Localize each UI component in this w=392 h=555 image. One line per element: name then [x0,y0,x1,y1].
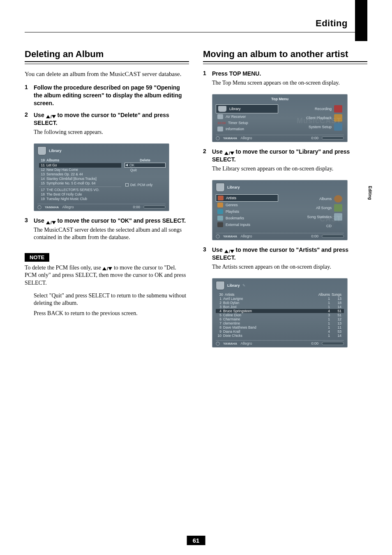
text: Use [212,246,224,253]
artists-icon [218,196,224,200]
songs-icon [334,204,342,212]
bookmarks-icon [217,216,223,221]
artist-row: Avril Lavigne [223,297,315,301]
step-number: 1 [25,84,34,107]
screenshot-artists: Library ✎ 30 Artists Albums Songs 1Avril… [212,278,348,348]
albums-icon [334,195,342,203]
jukebox-icon [216,183,225,192]
label: Albums [46,158,59,163]
menu-item: AV Receiver [226,115,246,119]
jukebox-icon [37,146,46,155]
screen-title: Library [49,149,62,153]
svg-text:/: / [51,221,52,225]
track-name: Allegro [240,341,252,345]
screenshot-top-menu: Top Menu Library AV Receiver 10:09Timer … [212,94,348,142]
artist-row: Diana Krall [223,329,315,334]
step-number: 2 [25,111,34,139]
svg-text:/: / [229,151,230,155]
page-header: Editing [25,18,367,29]
lead-paragraph: You can delete an album from the MusicCA… [25,70,189,78]
section-heading-delete: Deleting an Album [25,49,189,62]
progress-bar [322,342,344,345]
menu-item: Recording [315,107,332,111]
footnote: Press BACK to return to the previous scr… [34,310,189,317]
menu-item: All Songs [316,206,332,210]
artist-row: Charmaine [223,317,315,321]
track-name: Allegro [240,234,252,238]
album-row: The Best Of Holly Cole [46,192,82,197]
section-heading-move: Moving an album to another artist [203,49,367,62]
note-label: NOTE [25,253,49,262]
artist-row: Dave Matthews Band [223,325,315,329]
menu-item: Bookmarks [226,216,244,220]
step-caption: The MusicCAST server deletes the selecte… [34,226,189,241]
menu-item: Playlists [226,210,239,214]
step-instruction: Press TOP MENU. [212,70,367,78]
receiver-icon [217,114,223,119]
up-down-icon: / [224,248,234,253]
screen-title: Library [227,185,240,189]
watermark: CAST [320,215,341,223]
track-name: Allegro [240,136,252,140]
rule [25,64,189,64]
brand: YAMAHA [45,205,59,209]
col-header: Albums [315,292,330,297]
step-number: 3 [25,217,34,244]
menu-item: Artists [226,196,236,200]
columns: Deleting an Album You can delete an albu… [25,49,367,353]
progress-bar [143,205,166,209]
album-row: New Day Has Come [46,168,78,172]
time: 0:00 [311,136,318,140]
menu-item: Library [229,107,241,111]
screen-title: Top Menu [216,97,344,101]
step: 2 Use / to move the cursor to "Delete" a… [25,111,189,139]
step-caption: The Top Menu screen appears on the on-sc… [212,79,367,87]
album-row: THE COLLECTOR'S SERIES VO. [46,188,99,192]
action-quit: Quit [125,168,166,173]
album-row: Symphonie No. 5 E-moll Op. 64 [46,181,96,186]
step: 2 Use / to move the cursor to "Library" … [203,148,367,176]
header-rule [25,32,367,32]
recording-icon [334,105,342,113]
clock-icon: 10:09 [217,121,226,125]
menu-item: CD [326,224,332,228]
text: To delete the PCM files only, use [25,265,102,271]
step-instruction: Use / to move the cursor to "Library" an… [212,148,367,164]
footnote: Select "Quit" and press SELECT to return… [34,292,189,307]
brand: YAMAHA [223,136,237,140]
time: 0:00 [311,341,318,345]
svg-text:/: / [51,115,52,119]
menu-item: External Inputs [226,223,250,227]
artist-row: Dixie Chicks [223,334,315,338]
jukebox-icon [218,106,227,112]
rule [203,64,367,64]
up-down-icon: / [46,113,56,118]
up-down-icon: / [224,150,234,154]
brand: YAMAHA [223,235,237,238]
action-pcm: Del. PCM only [125,182,166,187]
info-icon [217,127,223,131]
playlists-icon [217,209,223,214]
step-instruction: Use / to move the cursor to "Delete" and… [34,111,189,127]
screenshot-library: Library Artists Genres Playlists Bookmar… [212,180,348,240]
album-row: Tuesday Night Music Club [46,197,87,201]
time: 0:00 [133,205,140,209]
step-number: 3 [203,246,212,274]
menu-item: System Setup [309,125,332,129]
up-down-icon: / [46,219,56,224]
text: Use [34,112,46,118]
screen-title: Library [227,283,240,288]
time: 0:00 [311,234,318,238]
album-row: Let Go [46,163,57,168]
watermark: MusicCAST [297,117,341,125]
step-caption: The Library screen appears on the on-scr… [212,165,367,173]
step-instruction: Follow the procedure described on page 5… [34,84,189,107]
artist-row: clementine [223,321,315,325]
up-down-icon: / [102,265,112,270]
label: Artists [223,292,235,297]
screenshot-album-edit: Library 19Albums 11Let Go 12New Day Has … [34,143,169,211]
track-name: Allegro [62,205,74,209]
page: Editing Editing Deleting an Album You ca… [0,0,392,555]
progress-bar [322,235,344,238]
artist-count: 30 [217,292,223,297]
